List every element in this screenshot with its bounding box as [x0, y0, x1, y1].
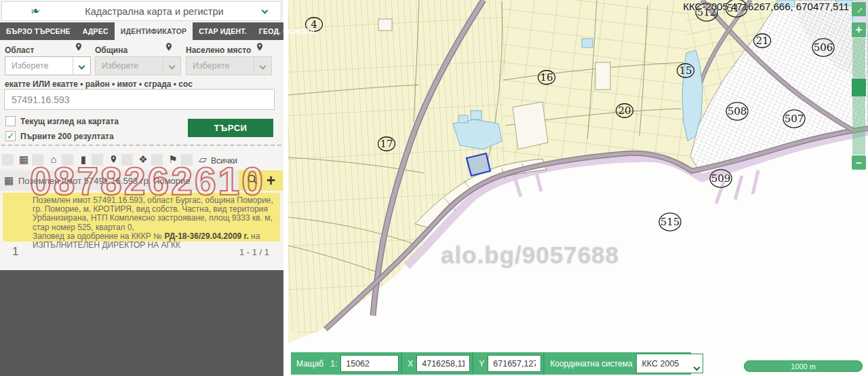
x-label: X — [408, 359, 413, 369]
identifier-label: екатте ИЛИ екатте • район • имот • сград… — [5, 79, 193, 89]
y-label: Y — [479, 359, 484, 369]
scale-bar-label: 1000 m — [791, 362, 816, 371]
naseleno-field: Населено място Изберете — [186, 43, 272, 56]
grid-icon: ▦ — [4, 174, 14, 187]
first-200-label: Първите 200 резултата — [20, 132, 114, 141]
region-number: 15 — [679, 64, 692, 77]
divider — [1, 145, 281, 146]
tab-address[interactable]: АДРЕС — [77, 22, 115, 40]
region-number: 509 — [711, 172, 731, 185]
naseleno-select[interactable]: Изберете — [186, 56, 272, 75]
x-coordinate-group: X — [401, 352, 472, 375]
region-number: 16 — [540, 71, 553, 83]
app-window: 41716201551251721506508507509515 ККС-200… — [0, 0, 868, 376]
grid-icon[interactable]: ▦ — [18, 153, 30, 166]
zoom-in-button[interactable]: + — [852, 22, 866, 37]
region-number: 17 — [380, 138, 393, 150]
map-canvas[interactable]: 41716201551251721506508507509515 — [288, 0, 868, 376]
region-number: 507 — [785, 113, 804, 125]
region-number: 20 — [618, 105, 631, 117]
first-200-checkbox[interactable]: ✓ — [5, 131, 16, 141]
search-tabs: БЪРЗО ТЪРСЕНЕ АДРЕС ИДЕНТИФИКАТОР СТАР И… — [0, 22, 283, 40]
tab-old-identifier[interactable]: СТАР ИДЕНТ. — [193, 22, 253, 40]
cursor-coordinates-readout: ККС-2005 4716267,666, 670477,511 — [683, 1, 849, 12]
phone-watermark: 0878262610 — [30, 159, 265, 204]
obshtina-label: Община — [95, 45, 127, 55]
chevron-down-icon[interactable] — [262, 7, 269, 14]
app-title: Кадастрална карта и регистри — [85, 6, 223, 17]
app-header[interactable]: ❧ Кадастрална карта и регистри — [1, 1, 281, 21]
y-coordinate-input[interactable] — [488, 355, 541, 372]
map-pin-icon[interactable] — [74, 41, 83, 53]
sidebar-empty-area — [0, 270, 283, 376]
region-number: 508 — [728, 105, 747, 117]
oblast-field: Област Изберете — [5, 43, 91, 56]
region-number: 506 — [814, 41, 833, 54]
selected-parcel[interactable] — [467, 153, 490, 176]
chevron-zone — [73, 57, 90, 75]
current-view-label: Текущ изглед на картата — [20, 117, 119, 126]
scale-input[interactable] — [340, 355, 399, 372]
oblast-placeholder: Изберете — [12, 61, 49, 71]
tab-identifier[interactable]: ИДЕНТИФИКАТОР — [115, 22, 193, 40]
naseleno-placeholder: Изберете — [193, 61, 230, 71]
oblast-label: Област — [5, 45, 34, 55]
naseleno-label: Населено място — [186, 45, 251, 55]
app-logo-icon: ❧ — [30, 5, 41, 18]
scale-label: Мащаб — [296, 359, 323, 369]
tab-geodetic-basis[interactable]: ГЕОД. ОСНОВА — [253, 22, 321, 40]
x-coordinate-input[interactable] — [416, 355, 470, 372]
detail-order-prefix: Заповед за одобрение на КККР № — [33, 231, 164, 241]
crs-label: Координатна система — [550, 359, 632, 369]
crs-select[interactable]: ККС 2005 — [636, 354, 703, 373]
page-number[interactable]: 1 — [12, 245, 18, 259]
zoom-out-button[interactable]: − — [852, 155, 866, 170]
expand-icon: ↔ — [852, 3, 866, 16]
add-to-selection-icon[interactable]: + — [267, 174, 275, 187]
obshtina-field: Община Изберете — [95, 43, 181, 56]
identifier-input[interactable] — [4, 89, 275, 110]
checkmark-icon: ✓ — [7, 130, 15, 141]
page-range: 1 - 1 / 1 — [239, 247, 269, 257]
chevron-zone — [163, 57, 180, 75]
cadastral-map-svg: 41716201551251721506508507509515 — [288, 0, 868, 376]
region-number: 515 — [660, 216, 680, 228]
zoom-slider-track[interactable] — [852, 38, 865, 155]
scale-group: Мащаб 1: — [291, 352, 401, 375]
detail-order-number: РД-18-36/29.04.2009 г. — [164, 231, 248, 241]
y-coordinate-group: Y — [472, 352, 543, 375]
map-pin-icon[interactable] — [164, 41, 174, 53]
crs-group: Координатна система ККС 2005 — [543, 352, 705, 375]
map-statusbar: Мащаб 1: X Y Координатна система ККС 200… — [291, 352, 691, 375]
chevron-down-icon — [260, 62, 267, 69]
map-pin-icon[interactable] — [255, 41, 264, 53]
search-button[interactable]: ТЪРСИ — [188, 119, 273, 137]
photo-watermark: alo.bg/9057688 — [441, 242, 619, 269]
chevron-down-icon — [693, 364, 700, 371]
layer-checkbox-parcels[interactable] — [2, 154, 14, 166]
expand-map-button[interactable]: ↔ — [852, 2, 866, 16]
zoom-slider-handle[interactable] — [852, 79, 866, 96]
chevron-zone — [254, 57, 271, 75]
tab-quick-search[interactable]: БЪРЗО ТЪРСЕНЕ — [0, 22, 77, 40]
chevron-down-icon — [169, 62, 176, 69]
obshtina-placeholder: Изберете — [102, 61, 139, 71]
region-number: 21 — [755, 35, 768, 47]
scale-prefix: 1: — [330, 359, 337, 369]
obshtina-select[interactable]: Изберете — [95, 56, 181, 75]
current-view-checkbox[interactable] — [5, 116, 16, 126]
oblast-select[interactable]: Изберете — [5, 56, 91, 75]
crs-value: ККС 2005 — [642, 359, 679, 369]
chevron-down-icon — [79, 62, 85, 69]
scale-bar: 1000 m — [744, 360, 863, 372]
